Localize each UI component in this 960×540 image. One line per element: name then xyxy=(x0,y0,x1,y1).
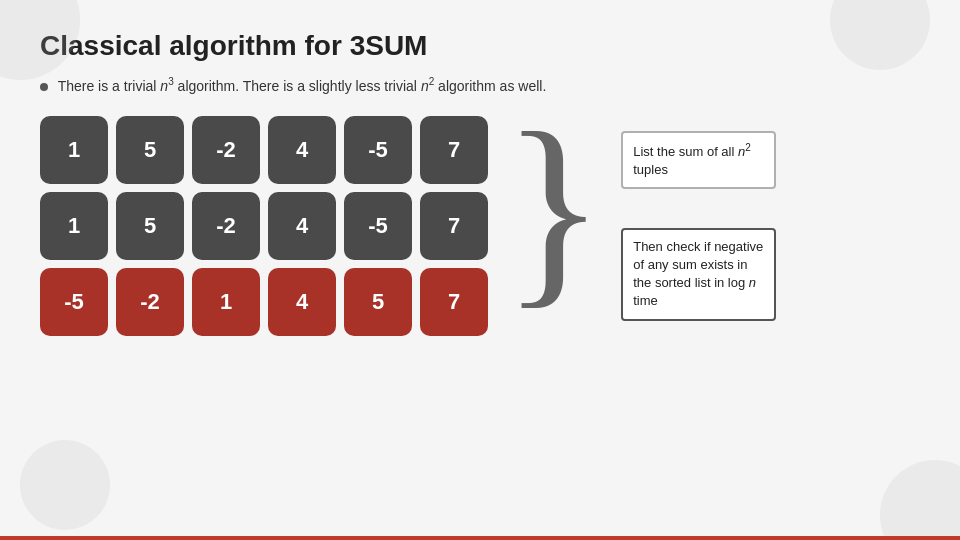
cell-r1-c5: -5 xyxy=(344,116,412,184)
cell-r3-c1: -5 xyxy=(40,268,108,336)
cell-r1-c1: 1 xyxy=(40,116,108,184)
cell-r2-c6: 7 xyxy=(420,192,488,260)
cell-r3-c6: 7 xyxy=(420,268,488,336)
cell-r3-c2: -2 xyxy=(116,268,184,336)
brace-icon: } xyxy=(502,116,605,299)
cell-r1-c2: 5 xyxy=(116,116,184,184)
cell-r2-c2: 5 xyxy=(116,192,184,260)
label-box-1: List the sum of all n2 tuples xyxy=(621,131,776,190)
cell-r2-c1: 1 xyxy=(40,192,108,260)
labels-area: List the sum of all n2 tuples Then check… xyxy=(621,116,776,336)
slide: Classical algorithm for 3SUM There is a … xyxy=(0,0,960,540)
cell-r3-c3: 1 xyxy=(192,268,260,336)
grid-row-2: 1 5 -2 4 -5 7 xyxy=(40,192,488,260)
decorative-circle-tl xyxy=(0,0,80,80)
slide-subtitle: There is a trivial n3 algorithm. There i… xyxy=(40,76,920,94)
cell-r1-c6: 7 xyxy=(420,116,488,184)
grid-row-1: 1 5 -2 4 -5 7 xyxy=(40,116,488,184)
cell-r2-c4: 4 xyxy=(268,192,336,260)
cell-r2-c3: -2 xyxy=(192,192,260,260)
dot-bullet xyxy=(40,83,48,91)
grid-section: 1 5 -2 4 -5 7 1 5 -2 4 -5 7 -5 -2 1 xyxy=(40,116,488,336)
brace-area: } xyxy=(502,116,605,299)
cell-r1-c4: 4 xyxy=(268,116,336,184)
cell-r2-c5: -5 xyxy=(344,192,412,260)
cell-r1-c3: -2 xyxy=(192,116,260,184)
decorative-circle-br xyxy=(880,460,960,540)
cell-r3-c4: 4 xyxy=(268,268,336,336)
bottom-line xyxy=(0,536,960,540)
content-area: 1 5 -2 4 -5 7 1 5 -2 4 -5 7 -5 -2 1 xyxy=(40,116,920,336)
slide-title: Classical algorithm for 3SUM xyxy=(40,30,920,62)
decorative-circle-bl xyxy=(20,440,110,530)
label-box-2: Then check if negative of any sum exists… xyxy=(621,228,776,321)
grid-row-3: -5 -2 1 4 5 7 xyxy=(40,268,488,336)
cell-r3-c5: 5 xyxy=(344,268,412,336)
